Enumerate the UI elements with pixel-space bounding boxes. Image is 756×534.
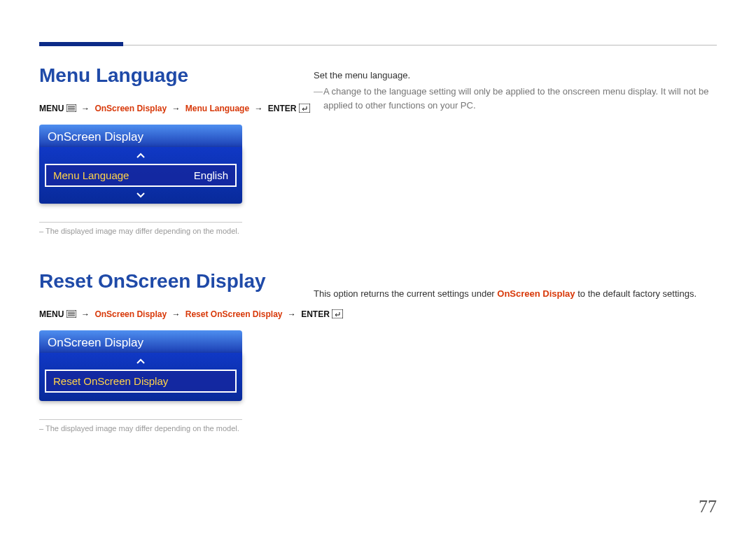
- left-column: Menu Language MENU → OnScreen Display → …: [39, 64, 270, 433]
- enter-icon: [332, 309, 343, 321]
- path-part: OnScreen Display: [94, 309, 167, 319]
- enter-icon: [299, 104, 310, 115]
- nav-path: MENU → OnScreen Display → Reset OnScreen…: [39, 309, 270, 321]
- osd-item-reset-osd[interactable]: Reset OnScreen Display: [45, 370, 237, 393]
- arrow-icon: →: [169, 104, 183, 113]
- nav-path: MENU → OnScreen Display → Menu Language …: [39, 104, 270, 115]
- path-menu-label: MENU: [39, 104, 64, 113]
- arrow-icon: →: [251, 104, 265, 113]
- emphasis: OnScreen Display: [497, 288, 575, 299]
- top-accent-bar: [39, 42, 123, 46]
- osd-nav-up[interactable]: [39, 354, 242, 370]
- text: This option returns the current settings…: [314, 288, 497, 299]
- arrow-icon: →: [285, 309, 299, 319]
- arrow-icon: →: [78, 104, 92, 113]
- osd-header: OnScreen Display: [39, 330, 242, 353]
- osd-nav-down[interactable]: [39, 187, 242, 202]
- description-note: A change to the language setting will on…: [314, 85, 717, 112]
- section-title: Menu Language: [39, 64, 270, 87]
- path-part: Reset OnScreen Display: [186, 309, 283, 319]
- top-rule: [39, 45, 717, 45]
- svg-rect-9: [332, 309, 343, 318]
- chevron-up-icon: [136, 148, 146, 164]
- path-part: OnScreen Display: [94, 104, 167, 113]
- divider: [39, 419, 242, 420]
- osd-body: Menu Language English: [39, 147, 242, 204]
- section-title: Reset OnScreen Display: [39, 270, 270, 293]
- osd-nav-up[interactable]: [39, 148, 242, 164]
- text: to the default factory settings.: [575, 288, 696, 299]
- footnote: The displayed image may differ depending…: [39, 424, 242, 433]
- section2-description: This option returns the current settings…: [314, 288, 696, 303]
- path-part: Menu Language: [186, 104, 249, 113]
- section1-description: Set the menu language. A change to the l…: [314, 70, 717, 112]
- osd-menu-screenshot: OnScreen Display Reset OnScreen Display: [39, 330, 242, 401]
- spacer: [39, 393, 242, 400]
- osd-body: Reset OnScreen Display: [39, 353, 242, 401]
- description-line: This option returns the current settings…: [314, 288, 696, 299]
- section-menu-language: Menu Language MENU → OnScreen Display → …: [39, 64, 270, 235]
- osd-item-label: Reset OnScreen Display: [53, 375, 168, 387]
- right-column: Set the menu language. A change to the l…: [314, 70, 717, 112]
- osd-header: OnScreen Display: [39, 125, 242, 147]
- svg-rect-4: [299, 104, 310, 113]
- page-number: 77: [699, 496, 717, 517]
- footnote: The displayed image may differ depending…: [39, 227, 242, 235]
- chevron-up-icon: [136, 354, 146, 370]
- osd-item-menu-language[interactable]: Menu Language English: [45, 164, 237, 187]
- osd-item-value: English: [194, 169, 228, 181]
- arrow-icon: →: [169, 309, 183, 319]
- menu-icon: [66, 310, 76, 320]
- path-menu-label: MENU: [39, 309, 64, 319]
- section-reset-osd: Reset OnScreen Display MENU → OnScreen D…: [39, 270, 270, 433]
- osd-item-label: Menu Language: [53, 169, 129, 181]
- arrow-icon: →: [78, 309, 92, 319]
- chevron-down-icon: [136, 187, 146, 202]
- menu-icon: [66, 104, 76, 114]
- path-enter-label: ENTER: [301, 309, 330, 319]
- divider: [39, 222, 242, 223]
- osd-menu-screenshot: OnScreen Display Menu Language English: [39, 125, 242, 204]
- manual-page: Menu Language MENU → OnScreen Display → …: [0, 0, 756, 534]
- description-line: Set the menu language.: [314, 70, 717, 80]
- path-enter-label: ENTER: [268, 104, 297, 113]
